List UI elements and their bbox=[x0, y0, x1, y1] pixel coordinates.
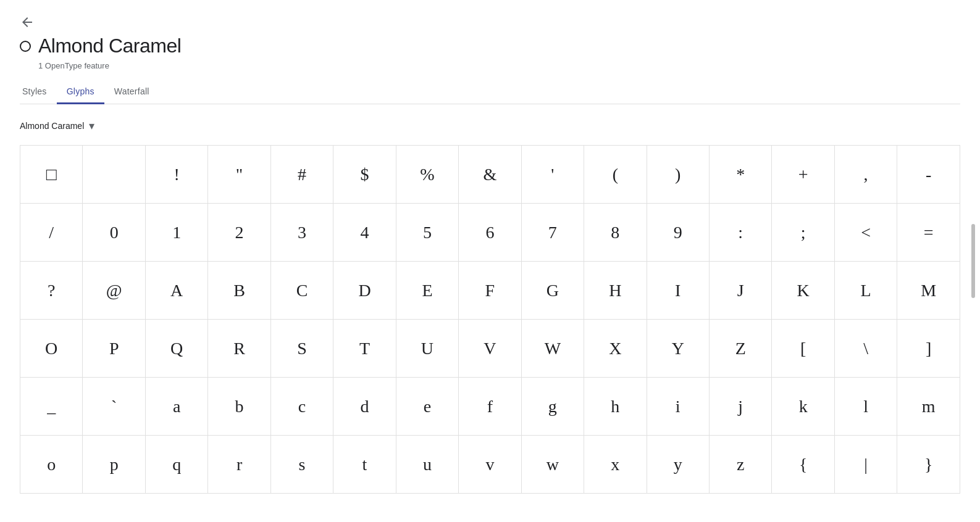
glyph-cell[interactable]: T bbox=[333, 320, 396, 378]
glyph-cell[interactable]: J bbox=[709, 262, 771, 320]
glyph-cell[interactable]: b bbox=[208, 378, 270, 436]
glyph-cell[interactable]: 6 bbox=[459, 204, 521, 262]
glyph-cell[interactable] bbox=[83, 146, 145, 204]
glyph-cell[interactable]: ( bbox=[584, 146, 647, 204]
glyph-cell[interactable]: 8 bbox=[584, 204, 647, 262]
glyph-cell[interactable]: < bbox=[834, 204, 897, 262]
glyph-cell[interactable]: ' bbox=[521, 146, 584, 204]
glyph-cell[interactable]: a bbox=[145, 378, 207, 436]
glyph-cell[interactable]: U bbox=[396, 320, 458, 378]
glyph-cell[interactable]: 3 bbox=[270, 204, 333, 262]
glyph-cell[interactable]: ] bbox=[897, 320, 960, 378]
glyph-cell[interactable]: h bbox=[584, 378, 647, 436]
glyph-cell[interactable]: 2 bbox=[208, 204, 270, 262]
glyph-cell[interactable]: w bbox=[521, 436, 584, 494]
glyph-cell[interactable]: P bbox=[83, 320, 145, 378]
glyph-cell[interactable]: ` bbox=[83, 378, 145, 436]
glyph-cell[interactable]: ! bbox=[145, 146, 207, 204]
glyph-cell[interactable]: $ bbox=[333, 146, 396, 204]
glyph-cell[interactable]: 0 bbox=[83, 204, 145, 262]
glyph-cell[interactable]: [ bbox=[772, 320, 834, 378]
glyph-cell[interactable]: r bbox=[208, 436, 270, 494]
glyph-cell[interactable]: ; bbox=[772, 204, 834, 262]
glyph-cell[interactable]: 5 bbox=[396, 204, 458, 262]
glyph-cell[interactable]: O bbox=[20, 320, 83, 378]
glyph-cell[interactable]: □ bbox=[20, 146, 83, 204]
glyph-cell[interactable]: M bbox=[897, 262, 960, 320]
glyph-cell[interactable]: \ bbox=[834, 320, 897, 378]
glyph-cell[interactable]: = bbox=[897, 204, 960, 262]
glyph-cell[interactable]: S bbox=[270, 320, 333, 378]
glyph-cell[interactable]: f bbox=[459, 378, 521, 436]
glyph-cell[interactable]: " bbox=[208, 146, 270, 204]
font-title: Almond Caramel bbox=[38, 35, 181, 57]
glyph-cell[interactable]: / bbox=[20, 204, 83, 262]
glyph-cell[interactable]: c bbox=[270, 378, 333, 436]
glyph-cell[interactable]: X bbox=[584, 320, 647, 378]
glyph-cell[interactable]: d bbox=[333, 378, 396, 436]
back-button[interactable] bbox=[20, 15, 35, 30]
glyph-cell[interactable]: 9 bbox=[647, 204, 709, 262]
glyph-cell[interactable]: I bbox=[647, 262, 709, 320]
glyph-cell[interactable]: g bbox=[521, 378, 584, 436]
glyph-cell[interactable]: _ bbox=[20, 378, 83, 436]
glyph-cell[interactable]: t bbox=[333, 436, 396, 494]
glyph-cell[interactable]: R bbox=[208, 320, 270, 378]
glyph-cell[interactable]: v bbox=[459, 436, 521, 494]
glyph-cell[interactable]: 7 bbox=[521, 204, 584, 262]
glyph-cell[interactable]: E bbox=[396, 262, 458, 320]
glyph-cell[interactable]: p bbox=[83, 436, 145, 494]
glyph-cell[interactable]: # bbox=[270, 146, 333, 204]
glyph-cell[interactable]: j bbox=[709, 378, 771, 436]
glyph-cell[interactable]: 1 bbox=[145, 204, 207, 262]
glyph-cell[interactable]: V bbox=[459, 320, 521, 378]
glyph-cell[interactable]: @ bbox=[83, 262, 145, 320]
glyph-cell[interactable]: - bbox=[897, 146, 960, 204]
tab-styles[interactable]: Styles bbox=[20, 80, 57, 104]
glyph-cell[interactable]: Q bbox=[145, 320, 207, 378]
glyph-cell[interactable]: } bbox=[897, 436, 960, 494]
glyph-cell[interactable]: | bbox=[834, 436, 897, 494]
glyph-cell[interactable]: e bbox=[396, 378, 458, 436]
glyph-cell[interactable]: z bbox=[709, 436, 771, 494]
glyph-cell[interactable]: : bbox=[709, 204, 771, 262]
glyph-cell[interactable]: y bbox=[647, 436, 709, 494]
glyph-cell[interactable]: q bbox=[145, 436, 207, 494]
scrollbar[interactable] bbox=[971, 224, 975, 298]
glyph-cell[interactable]: { bbox=[772, 436, 834, 494]
glyph-cell[interactable]: 4 bbox=[333, 204, 396, 262]
glyph-cell[interactable]: L bbox=[834, 262, 897, 320]
glyph-cell[interactable]: H bbox=[584, 262, 647, 320]
glyph-cell[interactable]: ? bbox=[20, 262, 83, 320]
glyph-cell[interactable]: * bbox=[709, 146, 771, 204]
glyph-cell[interactable]: B bbox=[208, 262, 270, 320]
glyph-cell[interactable]: m bbox=[897, 378, 960, 436]
tab-glyphs[interactable]: Glyphs bbox=[57, 80, 104, 104]
glyph-cell[interactable]: u bbox=[396, 436, 458, 494]
font-dropdown-label: Almond Caramel bbox=[20, 121, 84, 131]
glyph-cell[interactable]: % bbox=[396, 146, 458, 204]
glyph-cell[interactable]: l bbox=[834, 378, 897, 436]
glyph-cell[interactable]: A bbox=[145, 262, 207, 320]
tab-waterfall[interactable]: Waterfall bbox=[104, 80, 159, 104]
glyph-cell[interactable]: i bbox=[647, 378, 709, 436]
glyph-cell[interactable]: Y bbox=[647, 320, 709, 378]
glyph-cell[interactable]: K bbox=[772, 262, 834, 320]
glyph-cell[interactable]: C bbox=[270, 262, 333, 320]
glyph-cell[interactable]: o bbox=[20, 436, 83, 494]
glyph-cell[interactable]: W bbox=[521, 320, 584, 378]
glyph-cell[interactable]: ) bbox=[647, 146, 709, 204]
font-title-row: Almond Caramel bbox=[20, 35, 960, 57]
glyph-cell[interactable]: G bbox=[521, 262, 584, 320]
tabs-row: Styles Glyphs Waterfall bbox=[20, 80, 960, 104]
glyph-cell[interactable]: s bbox=[270, 436, 333, 494]
glyph-cell[interactable]: Z bbox=[709, 320, 771, 378]
glyph-cell[interactable]: k bbox=[772, 378, 834, 436]
glyph-cell[interactable]: x bbox=[584, 436, 647, 494]
glyph-cell[interactable]: , bbox=[834, 146, 897, 204]
glyph-cell[interactable]: F bbox=[459, 262, 521, 320]
glyph-cell[interactable]: & bbox=[459, 146, 521, 204]
glyph-cell[interactable]: + bbox=[772, 146, 834, 204]
font-style-dropdown[interactable]: Almond Caramel ▾ bbox=[20, 117, 94, 135]
glyph-cell[interactable]: D bbox=[333, 262, 396, 320]
